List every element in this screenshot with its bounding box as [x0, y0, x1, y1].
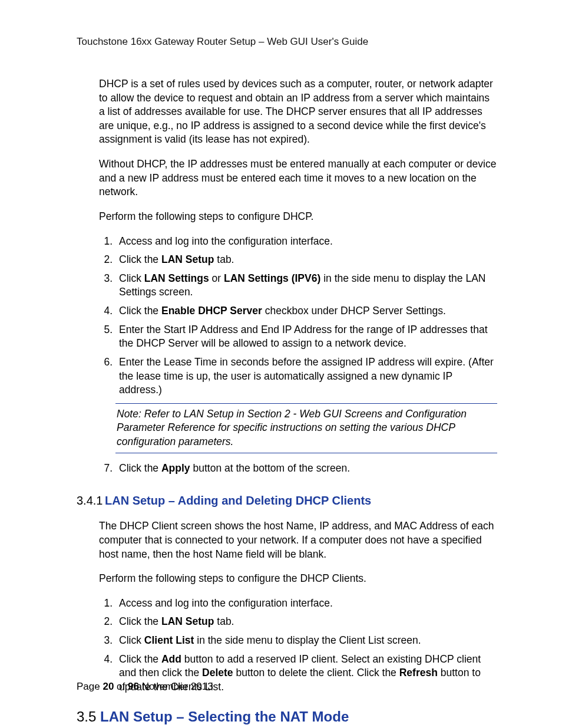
paragraph: Without DHCP, the IP addresses must be e…	[99, 157, 497, 199]
note-box: Note: Refer to LAN Setup in Section 2 - …	[115, 403, 497, 453]
list-item: Enter the Lease Time in seconds before t…	[115, 355, 497, 397]
list-item: Click the Apply button at the bottom of …	[115, 462, 497, 476]
heading-text: LAN Setup – Selecting the NAT Mode	[100, 709, 349, 724]
heading-3-5: 3.5LAN Setup – Selecting the NAT Mode	[77, 707, 497, 726]
ordered-list: Click the Apply button at the bottom of …	[99, 462, 497, 476]
list-item: Access and log into the configuration in…	[115, 597, 497, 611]
heading-text: LAN Setup – Adding and Deleting DHCP Cli…	[105, 494, 371, 507]
body-text: The DHCP Client screen shows the host Na…	[99, 519, 497, 694]
section-number: 3.5	[77, 707, 100, 726]
document-page: Touchstone 16xx Gateway Router Setup – W…	[0, 0, 562, 728]
heading-3-4-1: 3.4.1LAN Setup – Adding and Deleting DHC…	[77, 493, 497, 509]
list-item: Click the LAN Setup tab.	[115, 253, 497, 267]
list-item: Enter the Start IP Address and End IP Ad…	[115, 323, 497, 351]
paragraph: Perform the following steps to configure…	[99, 210, 497, 224]
section-number: 3.4.1	[77, 493, 105, 509]
paragraph: Perform the following steps to configure…	[99, 572, 497, 586]
paragraph: The DHCP Client screen shows the host Na…	[99, 519, 497, 561]
list-item: Click Client List in the side menu to di…	[115, 634, 497, 648]
ordered-list: Access and log into the configuration in…	[99, 597, 497, 694]
list-item: Click the Enable DHCP Server checkbox un…	[115, 304, 497, 318]
ordered-list: Access and log into the configuration in…	[99, 235, 497, 397]
paragraph: DHCP is a set of rules used by devices s…	[99, 77, 497, 147]
list-item: Click the LAN Setup tab.	[115, 615, 497, 629]
page-footer: Page 20 of 96 November 2013	[77, 680, 213, 694]
body-text: DHCP is a set of rules used by devices s…	[99, 77, 497, 475]
list-item: Click LAN Settings or LAN Settings (IPV6…	[115, 272, 497, 299]
list-item: Access and log into the configuration in…	[115, 235, 497, 249]
running-header: Touchstone 16xx Gateway Router Setup – W…	[77, 35, 497, 49]
